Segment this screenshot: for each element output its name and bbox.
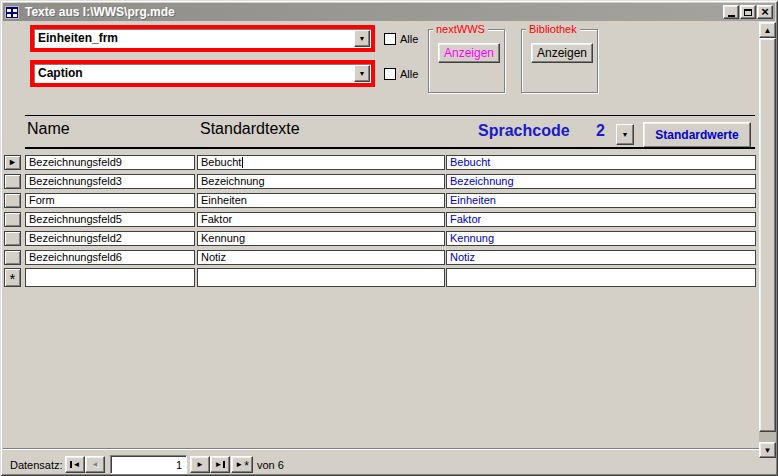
form-icon	[5, 6, 19, 19]
name-cell[interactable]: Bezeichnungsfeld6	[25, 250, 195, 265]
close-icon: ×	[761, 7, 769, 17]
group-nextwws-title: nextWWS	[433, 23, 488, 35]
table-row: Bezeichnungsfeld3 Bezeichnung Bezeichnun…	[0, 174, 778, 189]
group-nextwws: nextWWS Anzeigen	[428, 29, 505, 93]
column-header-standardtexte: Standardtexte	[200, 120, 300, 138]
previous-record-button[interactable]: ◄	[85, 456, 105, 473]
record-selector[interactable]	[4, 193, 21, 208]
alle-label-1: Alle	[400, 33, 418, 45]
form-combo-dropdown-button[interactable]: ▼	[354, 30, 370, 47]
standardtext-cell[interactable]: Faktor	[197, 212, 445, 227]
new-standardtext-cell[interactable]	[197, 268, 445, 287]
alle-label-2: Alle	[400, 68, 418, 80]
maximize-icon	[744, 9, 752, 16]
last-record-bar-icon	[223, 461, 225, 468]
last-record-triangle-icon: ►	[215, 461, 223, 469]
new-record-asterisk-icon: *	[244, 460, 249, 469]
new-sprachtext-cell[interactable]	[446, 268, 756, 287]
current-record-arrow-icon: ►	[8, 158, 17, 167]
alle-checkbox-2[interactable]	[384, 68, 396, 80]
chevron-down-icon: ▼	[622, 131, 629, 138]
bibliothek-anzeigen-button[interactable]: Anzeigen	[531, 43, 593, 63]
first-record-bar-icon	[70, 461, 72, 468]
standardtext-cell[interactable]: Kennung	[197, 231, 445, 246]
standardtext-cell[interactable]: Bezeichnung	[197, 174, 445, 189]
sprachtext-cell[interactable]: Kennung	[446, 231, 756, 246]
window-title: Texte aus I:\WWS\prg.mde	[25, 5, 175, 19]
caption-combo-dropdown-button[interactable]: ▼	[354, 65, 370, 82]
record-number-input[interactable]	[110, 455, 187, 474]
record-selector[interactable]	[4, 231, 21, 246]
record-selector[interactable]	[4, 250, 21, 265]
vertical-scrollbar[interactable]: ▲ ▼	[759, 22, 776, 458]
first-record-button[interactable]: ◄	[65, 456, 85, 473]
sprachtext-cell[interactable]: Faktor	[446, 212, 756, 227]
column-header-name: Name	[27, 120, 70, 138]
form-combo-value: Einheiten_frm	[38, 31, 118, 45]
last-record-button[interactable]: ►	[210, 456, 230, 473]
standardtext-cell[interactable]: Notiz	[197, 250, 445, 265]
sprachtext-cell[interactable]: Bezeichnung	[446, 174, 756, 189]
table-row: ► Bezeichnungsfeld9 Bebucht Bebucht	[0, 155, 778, 170]
standardtext-cell[interactable]: Einheiten	[197, 193, 445, 208]
name-cell[interactable]: Bezeichnungsfeld2	[25, 231, 195, 246]
record-selector[interactable]: ►	[4, 155, 21, 170]
text-caret	[242, 157, 243, 168]
maximize-button[interactable]	[740, 5, 756, 19]
down-arrow-icon: ▼	[764, 446, 772, 455]
scroll-down-button[interactable]: ▼	[759, 442, 776, 458]
close-button[interactable]: ×	[757, 5, 773, 19]
new-record-asterisk-icon: *	[10, 271, 16, 284]
sprachtext-cell[interactable]: Einheiten	[446, 193, 756, 208]
name-cell[interactable]: Bezeichnungsfeld9	[25, 155, 195, 170]
caption-combo-value: Caption	[38, 66, 83, 80]
chevron-down-icon: ▼	[359, 35, 366, 42]
new-name-cell[interactable]	[25, 268, 195, 287]
first-record-triangle-icon: ◄	[73, 461, 81, 469]
caption-combo[interactable]: Caption ▼	[30, 60, 375, 87]
datensatz-label: Datensatz:	[10, 459, 63, 471]
previous-record-triangle-icon: ◄	[91, 461, 99, 469]
name-cell[interactable]: Bezeichnungsfeld3	[25, 174, 195, 189]
record-selector[interactable]	[4, 212, 21, 227]
name-cell[interactable]: Bezeichnungsfeld5	[25, 212, 195, 227]
sprachtext-cell[interactable]: Bebucht	[446, 155, 756, 170]
standardtext-cell[interactable]: Bebucht	[197, 155, 445, 170]
new-record-button[interactable]: ►*	[231, 456, 253, 473]
table-row: Bezeichnungsfeld6 Notiz Notiz	[0, 250, 778, 265]
header-top-rule	[25, 115, 755, 116]
table-row: Bezeichnungsfeld5 Faktor Faktor	[0, 212, 778, 227]
chevron-down-icon: ▼	[359, 70, 366, 77]
next-record-button[interactable]: ►	[190, 456, 210, 473]
new-record-triangle-icon: ►	[235, 461, 243, 469]
new-record-row: *	[0, 268, 778, 287]
minimize-icon	[728, 15, 735, 17]
nav-divider-highlight	[3, 449, 759, 450]
group-bibliothek-title: Bibliothek	[526, 23, 580, 35]
minimize-button[interactable]	[723, 5, 739, 19]
form-combo[interactable]: Einheiten_frm ▼	[30, 25, 375, 52]
sprachcode-label: Sprachcode	[478, 122, 570, 140]
header-bottom-rule	[25, 147, 755, 149]
new-record-selector[interactable]: *	[4, 268, 21, 287]
sprachtext-cell[interactable]: Notiz	[446, 250, 756, 265]
title-bar[interactable]: Texte aus I:\WWS\prg.mde ×	[3, 3, 775, 21]
sprachcode-value: 2	[596, 122, 605, 140]
group-bibliothek: Bibliothek Anzeigen	[521, 29, 598, 93]
sprachcode-dropdown-button[interactable]: ▼	[616, 124, 634, 145]
next-record-triangle-icon: ►	[196, 461, 204, 469]
record-count-label: von 6	[257, 459, 284, 471]
access-form-window: Texte aus I:\WWS\prg.mde × Einheiten_frm…	[0, 0, 778, 476]
scroll-up-button[interactable]: ▲	[759, 22, 776, 38]
nextwws-anzeigen-button[interactable]: Anzeigen	[438, 43, 500, 63]
table-row: Form Einheiten Einheiten	[0, 193, 778, 208]
scrollbar-thumb[interactable]	[759, 38, 776, 432]
alle-checkbox-1[interactable]	[384, 33, 396, 45]
up-arrow-icon: ▲	[764, 26, 772, 35]
record-selector[interactable]	[4, 174, 21, 189]
name-cell[interactable]: Form	[25, 193, 195, 208]
standardwerte-button[interactable]: Standardwerte	[643, 122, 751, 148]
table-row: Bezeichnungsfeld2 Kennung Kennung	[0, 231, 778, 246]
